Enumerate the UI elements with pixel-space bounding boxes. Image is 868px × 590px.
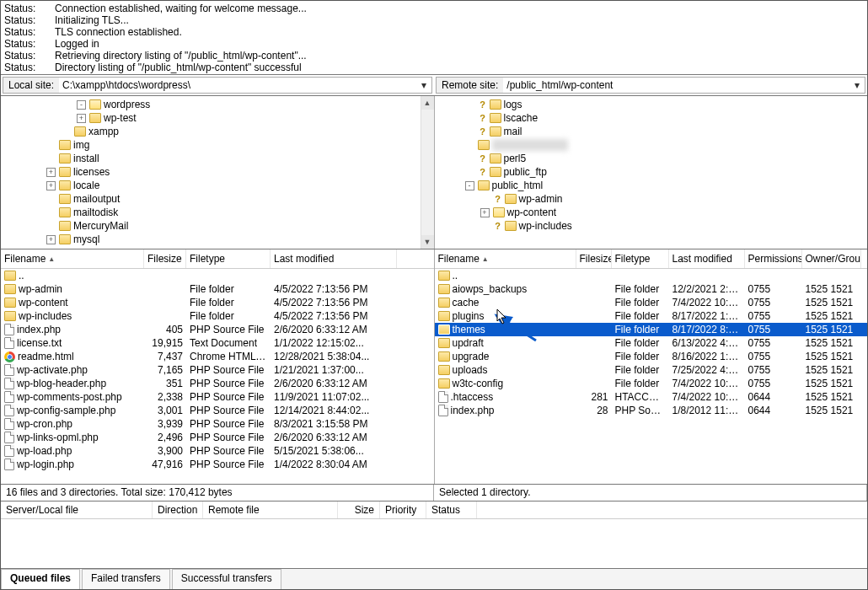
list-row[interactable]: wp-links-opml.php2,496PHP Source File2/6… <box>1 431 434 444</box>
column-header[interactable]: Owner/Group <box>802 249 861 268</box>
remote-tree[interactable]: ?logs?lscache?mailhidden?perl5?public_ft… <box>435 96 868 249</box>
expand-toggle[interactable]: + <box>480 208 490 217</box>
list-row[interactable]: readme.html7,437Chrome HTML Do...12/28/2… <box>1 350 434 363</box>
queue-tab[interactable]: Queued files <box>1 569 80 589</box>
list-row[interactable]: wp-adminFile folder4/5/2022 7:13:56 PM <box>1 282 434 296</box>
expand-toggle[interactable]: + <box>46 181 56 190</box>
list-row[interactable]: index.php405PHP Source File2/6/2020 6:33… <box>1 323 434 336</box>
column-header[interactable]: Last modified <box>271 249 397 268</box>
column-header[interactable]: Permissions <box>745 249 802 268</box>
column-header[interactable]: Filesize <box>144 249 186 268</box>
tree-node[interactable]: ?logs <box>435 98 868 111</box>
file-icon <box>4 459 14 470</box>
tree-node[interactable]: +wp-content <box>435 206 868 219</box>
tree-node[interactable]: ?wp-admin <box>435 192 868 206</box>
expand-toggle[interactable]: - <box>465 181 474 190</box>
list-row[interactable]: wp-blog-header.php351PHP Source File2/6/… <box>1 377 434 390</box>
remote-file-list[interactable]: Filename ▲FilesizeFiletypeLast modifiedP… <box>435 249 868 484</box>
column-header[interactable]: Last modified <box>669 249 745 268</box>
queue-column-header[interactable]: Status <box>426 502 477 518</box>
list-row[interactable]: wp-load.php3,900PHP Source File5/15/2021… <box>1 444 434 458</box>
local-list-body[interactable]: ..wp-adminFile folder4/5/2022 7:13:56 PM… <box>1 269 434 484</box>
list-row[interactable]: aiowps_backupsFile folder12/2/2021 2:09:… <box>435 282 868 296</box>
tree-node[interactable]: +locale <box>1 179 434 192</box>
list-row[interactable]: .htaccess281HTACCESS ...7/4/2022 10:26:.… <box>435 390 868 404</box>
list-row[interactable]: .. <box>1 269 434 282</box>
list-row[interactable]: license.txt19,915Text Document1/1/2022 1… <box>1 336 434 350</box>
list-row[interactable]: wp-contentFile folder4/5/2022 7:13:56 PM <box>1 296 434 309</box>
tree-node[interactable]: mailtodisk <box>1 206 434 219</box>
remote-list-body[interactable]: ..aiowps_backupsFile folder12/2/2021 2:0… <box>435 269 868 484</box>
cell: 0755 <box>745 377 802 390</box>
column-header[interactable]: Filename ▲ <box>1 249 144 268</box>
column-header[interactable]: Filetype <box>612 249 669 268</box>
tree-node[interactable]: ?wp-includes <box>435 219 868 233</box>
expand-toggle[interactable]: - <box>77 100 86 110</box>
remote-path: Remote site: ▾ <box>436 77 865 94</box>
queue-column-header[interactable]: Direction <box>153 502 203 518</box>
queue-column-header[interactable]: Remote file <box>203 502 338 518</box>
local-tree[interactable]: ▲ ▼ -wordpress+wp-testxamppimginstall+li… <box>1 96 435 249</box>
tree-node[interactable]: xampp <box>1 125 434 138</box>
column-header[interactable]: Filetype <box>186 249 271 268</box>
remote-path-input[interactable] <box>503 78 849 93</box>
tree-node[interactable]: ?lscache <box>435 111 868 125</box>
tree-node[interactable]: img <box>1 138 434 152</box>
local-list-header[interactable]: Filename ▲FilesizeFiletypeLast modified <box>1 249 434 269</box>
queue-tab[interactable]: Successful transfers <box>172 569 281 589</box>
tree-node[interactable]: install <box>1 152 434 165</box>
queue-body[interactable] <box>1 519 867 568</box>
list-row[interactable]: wp-cron.php3,939PHP Source File8/3/2021 … <box>1 417 434 431</box>
list-row[interactable]: upgradeFile folder8/16/2022 1:53:...0755… <box>435 350 868 363</box>
tree-node[interactable]: MercuryMail <box>1 219 434 233</box>
expand-toggle[interactable]: + <box>46 168 56 177</box>
dropdown-icon[interactable]: ▾ <box>416 79 431 91</box>
tree-node[interactable]: hidden <box>435 138 868 152</box>
tree-node[interactable]: ?perl5 <box>435 152 868 165</box>
transfer-queue[interactable]: Server/Local fileDirectionRemote fileSiz… <box>1 502 867 569</box>
scrollbar[interactable]: ▲ ▼ <box>421 96 434 249</box>
list-row[interactable]: wp-config-sample.php3,001PHP Source File… <box>1 404 434 417</box>
queue-column-header[interactable]: Priority <box>380 502 426 518</box>
scroll-down-icon[interactable]: ▼ <box>421 235 434 249</box>
chrome-icon <box>4 351 15 362</box>
list-row[interactable]: themesFile folder8/17/2022 8:55:...07551… <box>435 323 868 336</box>
remote-list-header[interactable]: Filename ▲FilesizeFiletypeLast modifiedP… <box>435 249 868 269</box>
queue-tab[interactable]: Failed transfers <box>82 569 170 589</box>
tree-node[interactable]: ?mail <box>435 125 868 138</box>
queue-header[interactable]: Server/Local fileDirectionRemote fileSiz… <box>1 502 867 519</box>
folder-icon <box>4 298 16 308</box>
tree-node[interactable]: +wp-test <box>1 111 434 125</box>
cell: 12/14/2021 8:44:02... <box>271 404 397 417</box>
dropdown-icon[interactable]: ▾ <box>849 79 865 91</box>
cell: PHP Source File <box>186 390 271 404</box>
expand-toggle[interactable]: + <box>46 235 56 244</box>
list-row[interactable]: pluginsFile folder8/17/2022 1:33:...0755… <box>435 309 868 323</box>
tree-node[interactable]: mailoutput <box>1 192 434 206</box>
local-path-input[interactable] <box>59 78 416 93</box>
column-header[interactable]: Filename ▲ <box>435 249 576 268</box>
list-row[interactable]: index.php28PHP Sourc...1/8/2012 11:01:..… <box>435 404 868 417</box>
column-header[interactable]: Filesize <box>576 249 612 268</box>
tree-node[interactable]: +licenses <box>1 165 434 179</box>
tree-node[interactable]: -wordpress <box>1 98 434 111</box>
list-row[interactable]: wp-activate.php7,165PHP Source File1/21/… <box>1 363 434 377</box>
list-row[interactable]: cacheFile folder7/4/2022 10:38:...075515… <box>435 296 868 309</box>
folder-icon <box>59 140 71 150</box>
list-row[interactable]: wp-login.php47,916PHP Source File1/4/202… <box>1 458 434 471</box>
list-row[interactable]: uploadsFile folder7/25/2022 4:36:...0755… <box>435 363 868 377</box>
list-row[interactable]: .. <box>435 269 868 282</box>
scroll-up-icon[interactable]: ▲ <box>421 96 434 110</box>
tree-node[interactable]: ?public_ftp <box>435 165 868 179</box>
local-file-list[interactable]: Filename ▲FilesizeFiletypeLast modified … <box>1 249 435 484</box>
status-log: Status:Connection established, waiting f… <box>1 1 867 75</box>
queue-column-header[interactable]: Size <box>338 502 380 518</box>
tree-node[interactable]: +mysql <box>1 233 434 246</box>
list-row[interactable]: w3tc-configFile folder7/4/2022 10:37:...… <box>435 377 868 390</box>
tree-node[interactable]: -public_html <box>435 179 868 192</box>
expand-toggle[interactable]: + <box>77 114 86 123</box>
list-row[interactable]: wp-comments-post.php2,338PHP Source File… <box>1 390 434 404</box>
queue-column-header[interactable]: Server/Local file <box>1 502 153 518</box>
list-row[interactable]: wp-includesFile folder4/5/2022 7:13:56 P… <box>1 309 434 323</box>
list-row[interactable]: updraftFile folder6/13/2022 4:00:...0755… <box>435 336 868 350</box>
